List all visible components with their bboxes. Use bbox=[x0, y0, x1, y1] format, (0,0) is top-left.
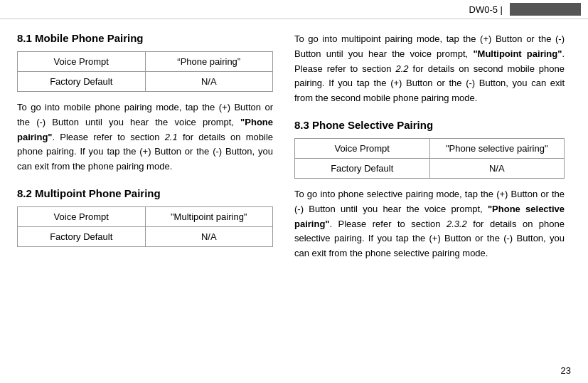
section-82-title: 8.2 Multipoint Phone Pairing bbox=[17, 187, 273, 199]
page-number: 23 bbox=[561, 365, 571, 376]
table-cell: Factory Default bbox=[295, 158, 430, 178]
table-cell: N/A bbox=[429, 158, 565, 178]
table-cell: Voice Prompt bbox=[18, 52, 146, 72]
section-82-body: To go into multipoint pairing mode, tap … bbox=[294, 32, 565, 106]
table-row: Factory Default N/A bbox=[18, 226, 273, 246]
table-82: Voice Prompt "Multipoint pairing" Factor… bbox=[17, 206, 273, 247]
table-row: Voice Prompt "Phone selective pairing" bbox=[295, 138, 565, 158]
header-title: DW0-5 | bbox=[469, 4, 503, 15]
left-column: 8.1 Mobile Phone Pairing Voice Prompt “P… bbox=[17, 32, 273, 274]
section-83-title: 8.3 Phone Selective Pairing bbox=[294, 119, 565, 131]
table-cell: "Multipoint pairing" bbox=[145, 206, 273, 226]
table-cell: Factory Default bbox=[18, 72, 146, 92]
table-cell: N/A bbox=[145, 72, 273, 92]
section-81-title: 8.1 Mobile Phone Pairing bbox=[17, 32, 273, 44]
header-bar: DW0-5 | bbox=[0, 0, 588, 19]
table-81: Voice Prompt “Phone pairing” Factory Def… bbox=[17, 51, 273, 92]
table-cell: Factory Default bbox=[18, 226, 146, 246]
table-cell: Voice Prompt bbox=[18, 206, 146, 226]
table-cell: “Phone pairing” bbox=[145, 52, 273, 72]
table-row: Voice Prompt "Multipoint pairing" bbox=[18, 206, 273, 226]
table-row: Factory Default N/A bbox=[18, 72, 273, 92]
section-83-body: To go into phone selective pairing mode,… bbox=[294, 187, 565, 261]
table-cell: Voice Prompt bbox=[295, 138, 430, 158]
header-accent bbox=[510, 3, 581, 16]
main-content: 8.1 Mobile Phone Pairing Voice Prompt “P… bbox=[0, 19, 588, 287]
right-column: To go into multipoint pairing mode, tap … bbox=[294, 32, 565, 274]
table-cell: "Phone selective pairing" bbox=[429, 138, 565, 158]
table-row: Voice Prompt “Phone pairing” bbox=[18, 52, 273, 72]
table-83: Voice Prompt "Phone selective pairing" F… bbox=[294, 138, 565, 179]
table-row: Factory Default N/A bbox=[295, 158, 565, 178]
table-cell: N/A bbox=[145, 226, 273, 246]
section-81-body: To go into mobile phone pairing mode, ta… bbox=[17, 100, 273, 174]
